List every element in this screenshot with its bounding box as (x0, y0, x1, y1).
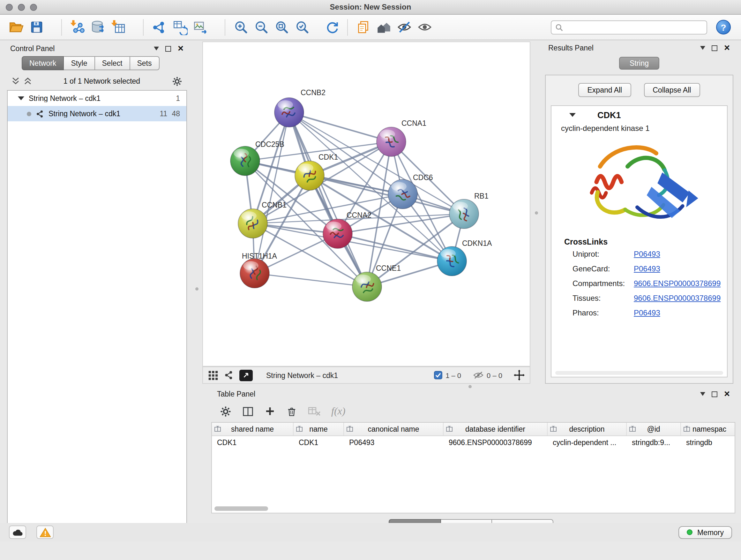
table-cell[interactable]: cyclin-dependent ... (548, 436, 627, 449)
table-horizontal-scrollbar[interactable] (214, 506, 268, 511)
network-edge-CCNB2-CCNE1[interactable] (289, 112, 367, 287)
network-node-HIST1H1A[interactable]: HIST1H1A (240, 252, 277, 288)
table-options-gear-icon[interactable] (219, 405, 232, 417)
tab-style[interactable]: Style (64, 56, 95, 70)
crosslink-label: Uniprot: (572, 249, 634, 258)
table-cell[interactable]: P06493 (344, 436, 444, 449)
import-network-database-button[interactable] (88, 17, 107, 37)
network-edge-CCNB2-HIST1H1A[interactable] (255, 112, 289, 273)
column-header-database-identifier[interactable]: database identifier (444, 423, 548, 435)
tab-string[interactable]: String (619, 57, 659, 70)
panel-close-icon[interactable]: ✕ (724, 45, 730, 51)
column-header-name[interactable]: name (293, 423, 344, 435)
warnings-button[interactable] (37, 525, 54, 539)
column-header-description[interactable]: description (548, 423, 627, 435)
copy-document-button[interactable] (354, 17, 373, 37)
minimize-window-button[interactable] (18, 4, 25, 11)
panel-menu-icon[interactable] (700, 392, 705, 396)
right-splitter-handle[interactable] (535, 211, 538, 214)
panel-close-icon[interactable]: ✕ (724, 391, 730, 397)
crosslink-link[interactable]: 9606.ENSP00000378699 (634, 294, 721, 302)
tab-network[interactable]: Network (22, 56, 64, 70)
zoom-in-button[interactable] (231, 17, 250, 37)
import-table-file-button[interactable] (109, 17, 128, 37)
network-node-CDK1[interactable]: CDK1 (295, 153, 338, 190)
network-node-CCNA1[interactable]: CCNA1 (377, 119, 426, 157)
expand-all-button[interactable]: Expand All (579, 83, 631, 97)
tab-sets[interactable]: Sets (130, 56, 159, 70)
new-network-from-selection-button[interactable] (149, 17, 169, 37)
open-session-button[interactable] (6, 17, 25, 37)
panel-menu-icon[interactable] (154, 47, 159, 51)
pan-crosshair-icon[interactable] (514, 370, 525, 381)
network-row-selected[interactable]: String Network – cdk1 11 48 (8, 106, 186, 121)
crosslink-row: Compartments:9606.ENSP00000378699 (551, 276, 727, 291)
memory-button[interactable]: Memory (679, 526, 732, 539)
column-header--id[interactable]: @id (627, 423, 681, 435)
left-splitter-handle[interactable] (195, 287, 199, 291)
export-image-button[interactable] (190, 17, 209, 37)
node-label-CCNB1: CCNB1 (262, 201, 286, 209)
column-header-shared-name[interactable]: shared name (212, 423, 293, 435)
panel-menu-icon[interactable] (700, 46, 705, 50)
refresh-view-button[interactable] (322, 17, 341, 37)
crosslink-link[interactable]: P06493 (634, 249, 660, 258)
home-button[interactable] (374, 17, 393, 37)
gear-icon[interactable] (172, 76, 183, 86)
network-collection-row[interactable]: String Network – cdk1 1 (8, 91, 186, 106)
table-row[interactable]: CDK1CDK1P064939606.ENSP00000378699cyclin… (212, 436, 735, 449)
crosslink-link[interactable]: 9606.ENSP00000378699 (634, 279, 721, 288)
network-node-CDKN1A[interactable]: CDKN1A (437, 239, 492, 276)
control-panel: Control Panel ✕ NetworkStyleSelectSets 1… (5, 42, 189, 530)
table-cell[interactable]: stringdb (681, 436, 735, 449)
column-header-namespac[interactable]: namespac (681, 423, 735, 435)
results-scrollbar[interactable] (555, 371, 723, 375)
show-columns-icon[interactable] (242, 405, 254, 417)
zoom-window-button[interactable] (30, 4, 37, 11)
table-panel-header: Table Panel ✕ (207, 388, 735, 400)
grid-view-icon[interactable] (208, 370, 218, 380)
network-edge-HIST1H1A-CCNE1[interactable] (255, 273, 367, 287)
table-cell[interactable]: CDK1 (293, 436, 344, 449)
network-view-icon[interactable] (224, 370, 233, 380)
collection-label: String Network – cdk1 (29, 95, 172, 102)
table-cell[interactable]: stringdb:9... (627, 436, 681, 449)
save-session-button[interactable] (27, 17, 46, 37)
zoom-selected-button[interactable] (292, 17, 312, 37)
cloud-button[interactable] (9, 525, 26, 539)
protein-disclosure-icon[interactable] (569, 113, 576, 117)
crosslink-link[interactable]: P06493 (634, 308, 660, 317)
expand-all-icon[interactable] (23, 77, 32, 85)
network-node-RB1[interactable]: RB1 (449, 192, 488, 229)
search-box[interactable] (551, 20, 707, 34)
crosslink-link[interactable]: P06493 (634, 264, 660, 273)
network-node-CCNB1[interactable]: CCNB1 (238, 201, 286, 238)
create-column-plus-icon[interactable] (264, 406, 276, 417)
zoom-fit-button[interactable] (272, 17, 291, 37)
help-button[interactable]: ? (716, 20, 731, 35)
delete-column-trash-icon[interactable] (286, 405, 297, 417)
panel-close-icon[interactable]: ✕ (178, 45, 184, 52)
tab-select[interactable]: Select (95, 56, 130, 70)
control-panel-title: Control Panel (10, 45, 55, 52)
zoom-out-button[interactable] (252, 17, 271, 37)
collapse-all-icon[interactable] (11, 77, 20, 85)
panel-float-icon[interactable] (165, 46, 171, 51)
network-table-button[interactable] (170, 17, 189, 37)
import-network-file-button[interactable] (68, 17, 87, 37)
column-header-canonical-name[interactable]: canonical name (344, 423, 444, 435)
show-all-button[interactable] (415, 17, 434, 37)
close-window-button[interactable] (6, 4, 13, 11)
network-canvas[interactable]: CCNB2CCNA1CDC25BCDK1CDC6RB1CCNB1CCNA2CDK… (203, 42, 530, 366)
table-cell[interactable]: CDK1 (212, 436, 293, 449)
hidden-eye-slash-icon[interactable] (473, 371, 483, 379)
disclosure-triangle-icon[interactable] (18, 97, 24, 100)
selected-checkbox-icon[interactable] (434, 371, 442, 379)
collapse-all-button[interactable]: Collapse All (644, 83, 700, 97)
toggle-visibility-button[interactable] (394, 17, 414, 37)
search-input[interactable] (566, 23, 703, 32)
table-cell[interactable]: 9606.ENSP00000378699 (444, 436, 548, 449)
detach-view-button[interactable] (239, 369, 253, 381)
panel-float-icon[interactable] (712, 45, 718, 51)
panel-float-icon[interactable] (712, 391, 718, 397)
